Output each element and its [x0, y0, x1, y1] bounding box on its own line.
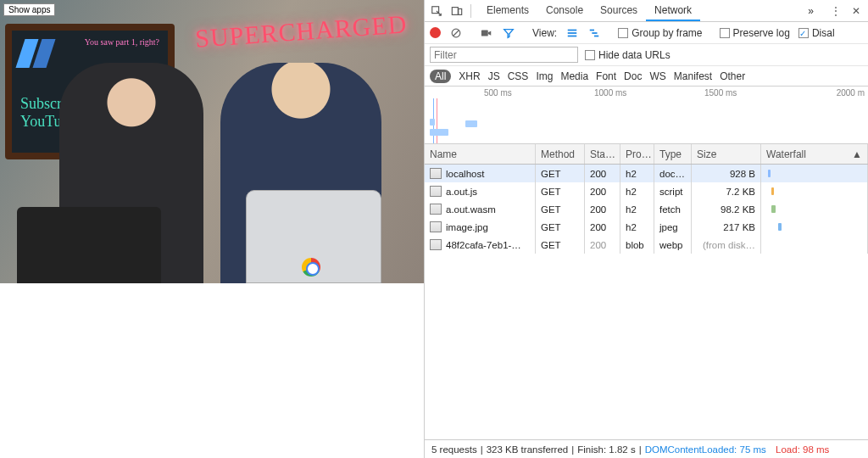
status-bar: 5 requests | 323 KB transferred | Finish… — [425, 439, 868, 458]
svg-rect-4 — [481, 30, 488, 36]
type-filter-other[interactable]: Other — [720, 70, 745, 82]
network-column-headers: Name Method Sta… Pro… Type Size Waterfal… — [425, 144, 868, 165]
tab-console[interactable]: Console — [537, 1, 592, 21]
svg-rect-1 — [452, 7, 458, 14]
status-requests: 5 requests — [431, 444, 477, 455]
file-icon — [430, 204, 442, 215]
type-filter-ws[interactable]: WS — [649, 70, 665, 82]
tab-elements[interactable]: Elements — [478, 1, 537, 21]
svg-rect-5 — [568, 29, 577, 31]
col-waterfall[interactable]: Waterfall▲ — [761, 144, 868, 164]
neon-sign: SUPERCHARGED — [194, 9, 408, 53]
polymer-logo-icon — [20, 39, 58, 71]
laptop-left — [17, 207, 161, 283]
disable-cache-checkbox[interactable]: Disal — [798, 27, 835, 39]
devtools-close-button[interactable]: ✕ — [849, 4, 863, 18]
sort-asc-icon: ▲ — [852, 148, 862, 160]
type-filter-media[interactable]: Media — [560, 70, 588, 82]
svg-rect-2 — [459, 8, 462, 14]
chrome-logo-icon — [302, 258, 320, 276]
network-toolbar: View: Group by frame Preserve log Disal — [425, 22, 868, 44]
chalk-text-pink: You saw part 1, right? — [85, 37, 159, 47]
view-label: View: — [532, 27, 557, 39]
request-row[interactable]: a.out.jsGET200h2script7.2 KB — [425, 182, 868, 200]
col-protocol[interactable]: Pro… — [620, 144, 654, 164]
devtools-panel: ElementsConsoleSourcesNetwork » ⋮ ✕ View… — [424, 0, 868, 458]
svg-rect-10 — [594, 35, 598, 36]
status-dcl: DOMContentLoaded: 75 ms — [645, 444, 766, 455]
col-method[interactable]: Method — [536, 144, 585, 164]
file-icon — [430, 186, 442, 197]
network-request-list: localhostGET200h2doc…928 Ba.out.jsGET200… — [425, 165, 868, 439]
preserve-log-checkbox[interactable]: Preserve log — [720, 27, 790, 39]
inspect-icon[interactable] — [430, 4, 443, 18]
file-icon — [430, 221, 442, 232]
request-row[interactable]: image.jpgGET200h2jpeg217 KB — [425, 218, 868, 236]
devtools-tabbar: ElementsConsoleSourcesNetwork » ⋮ ✕ — [425, 0, 868, 22]
record-button[interactable] — [430, 27, 441, 38]
devtools-menu-button[interactable]: ⋮ — [829, 4, 843, 18]
filter-icon[interactable] — [502, 26, 515, 40]
col-type[interactable]: Type — [654, 144, 692, 164]
type-filter-img[interactable]: Img — [536, 70, 553, 82]
status-transferred: 323 KB transferred — [487, 444, 569, 455]
type-filter-js[interactable]: JS — [488, 70, 500, 82]
group-by-frame-checkbox[interactable]: Group by frame — [618, 27, 702, 39]
filter-input[interactable] — [430, 47, 578, 63]
type-filter-manifest[interactable]: Manifest — [674, 70, 712, 82]
video-still: Show apps You saw part 1, right? Subscri… — [0, 0, 424, 283]
type-filter-font[interactable]: Font — [596, 70, 616, 82]
clear-button[interactable] — [449, 26, 463, 40]
type-filter-all[interactable]: All — [430, 70, 451, 83]
type-filter-row: All XHRJSCSSImgMediaFontDocWSManifestOth… — [425, 66, 868, 87]
col-status[interactable]: Sta… — [585, 144, 620, 164]
type-filter-xhr[interactable]: XHR — [459, 70, 480, 82]
filter-row: Hide data URLs — [425, 44, 868, 66]
col-name[interactable]: Name — [425, 144, 536, 164]
type-filter-doc[interactable]: Doc — [624, 70, 642, 82]
view-list-icon[interactable] — [565, 26, 579, 40]
camera-icon[interactable] — [480, 26, 493, 40]
svg-rect-9 — [593, 32, 598, 34]
col-size[interactable]: Size — [692, 144, 761, 164]
request-row[interactable]: 48f2cafa-7eb1-…GET200blobwebp(from disk… — [425, 236, 868, 254]
svg-rect-7 — [568, 35, 577, 36]
hide-data-urls-checkbox[interactable]: Hide data URLs — [585, 49, 670, 61]
status-finish: Finish: 1.82 s — [577, 444, 635, 455]
file-icon — [430, 168, 442, 179]
svg-rect-8 — [590, 29, 594, 31]
page-content: Show apps You saw part 1, right? Subscri… — [0, 0, 424, 458]
file-icon — [430, 239, 442, 250]
tabs-overflow-button[interactable]: » — [804, 5, 817, 17]
tab-sources[interactable]: Sources — [592, 1, 646, 21]
show-apps-button[interactable]: Show apps — [3, 3, 55, 16]
device-toggle-icon[interactable] — [450, 4, 464, 18]
view-waterfall-icon[interactable] — [587, 26, 601, 40]
svg-rect-6 — [568, 32, 577, 34]
tab-network[interactable]: Network — [646, 1, 700, 21]
timeline-overview[interactable]: 500 ms 1000 ms 1500 ms 2000 m — [425, 87, 868, 144]
request-row[interactable]: localhostGET200h2doc…928 B — [425, 165, 868, 182]
request-row[interactable]: a.out.wasmGET200h2fetch98.2 KB — [425, 200, 868, 218]
status-load: Load: 98 ms — [776, 444, 829, 455]
type-filter-css[interactable]: CSS — [508, 70, 529, 82]
